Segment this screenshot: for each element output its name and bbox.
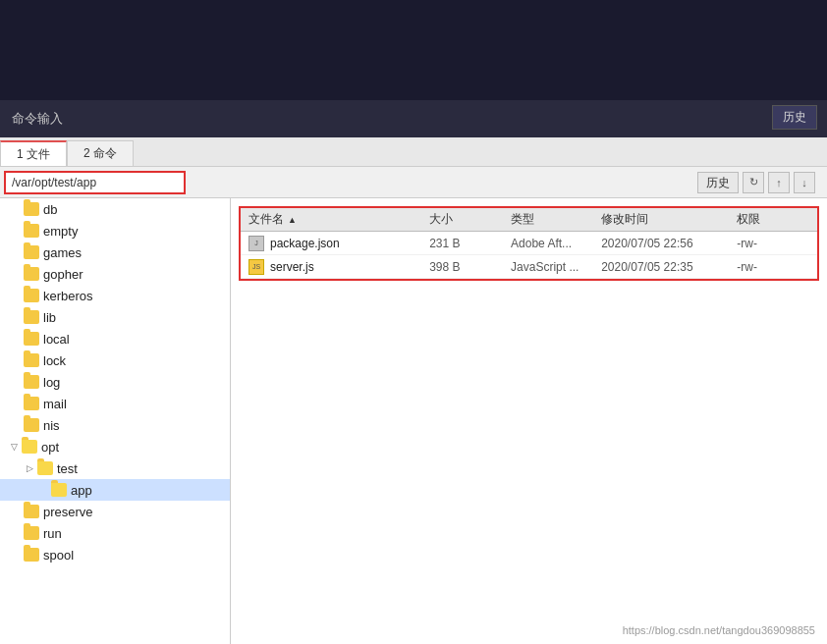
tab-bar: 1 文件 2 命令 [0, 137, 827, 167]
tree-item-db[interactable]: db [0, 198, 230, 220]
folder-icon-empty [24, 224, 39, 238]
folder-icon-nis [24, 418, 39, 432]
refresh-icon[interactable]: ↻ [743, 172, 764, 193]
tree-item-nis[interactable]: nis [0, 414, 230, 436]
tree-item-lib[interactable]: lib [0, 306, 230, 328]
download-icon[interactable]: ↓ [794, 172, 815, 193]
file-list-header: 文件名 大小 类型 修改时间 权限 [241, 208, 817, 232]
path-toolbar: /var/opt/test/app 历史 ↻ ↑ ↓ [0, 167, 827, 198]
top-header: 命令输入 历史 [0, 0, 827, 137]
folder-icon-kerberos [24, 289, 39, 302]
toolbar-right: 历史 ↻ ↑ ↓ [697, 172, 823, 193]
tree-item-mail[interactable]: mail [0, 393, 230, 414]
path-box[interactable]: /var/opt/test/app [4, 171, 186, 194]
json-file-icon: J [248, 236, 264, 251]
content-split: db empty games gopher [0, 198, 827, 644]
file-panel: 文件名 大小 类型 修改时间 权限 J package.json 231 B A… [231, 198, 827, 644]
folder-icon-gopher [24, 267, 39, 281]
upload-icon[interactable]: ↑ [768, 172, 790, 193]
file-list-container: 文件名 大小 类型 修改时间 权限 J package.json 231 B A… [239, 206, 819, 281]
tree-item-opt[interactable]: ▽ opt [0, 436, 230, 457]
file-type-server-js: JavaScript ... [511, 260, 601, 274]
file-size-package-json: 231 B [429, 237, 511, 250]
folder-icon-lock [24, 353, 39, 367]
file-row-server-js[interactable]: JS server.js 398 B JavaScript ... 2020/0… [241, 255, 817, 279]
sort-indicator [288, 215, 297, 225]
folder-icon-test [37, 461, 53, 475]
folder-icon-games [24, 245, 39, 259]
col-header-modified[interactable]: 修改时间 [601, 211, 737, 228]
file-size-server-js: 398 B [429, 260, 511, 274]
tree-item-spool[interactable]: spool [0, 544, 230, 565]
expand-icon-test: ▷ [24, 462, 35, 474]
folder-icon-spool [24, 548, 39, 562]
file-modified-server-js: 2020/07/05 22:35 [601, 260, 737, 274]
tab-commands[interactable]: 2 命令 [67, 140, 134, 166]
tree-item-log[interactable]: log [0, 371, 230, 393]
col-header-size[interactable]: 大小 [429, 211, 511, 228]
tree-item-gopher[interactable]: gopher [0, 263, 230, 285]
tab-files[interactable]: 1 文件 [0, 140, 67, 166]
expand-icon-opt: ▽ [8, 441, 20, 453]
tree-item-empty[interactable]: empty [0, 220, 230, 242]
tree-item-preserve[interactable]: preserve [0, 501, 230, 522]
folder-icon-db [24, 202, 39, 216]
folder-icon-run [24, 526, 39, 540]
tree-item-lock[interactable]: lock [0, 349, 230, 371]
js-file-icon: JS [248, 259, 264, 275]
watermark: https://blog.csdn.net/tangdou369098855 [623, 624, 815, 636]
file-modified-package-json: 2020/07/05 22:56 [601, 237, 737, 250]
tree-item-games[interactable]: games [0, 242, 230, 263]
command-label: 命令输入 [12, 110, 63, 128]
tree-item-local[interactable]: local [0, 328, 230, 349]
col-header-perms[interactable]: 权限 [737, 211, 809, 228]
main-area: /var/opt/test/app 历史 ↻ ↑ ↓ db empty [0, 167, 827, 644]
col-header-type[interactable]: 类型 [511, 211, 601, 228]
folder-icon-log [24, 375, 39, 389]
file-row-package-json[interactable]: J package.json 231 B Adobe Aft... 2020/0… [241, 232, 817, 255]
history-button[interactable]: 历史 [697, 172, 739, 193]
folder-icon-local [24, 332, 39, 346]
file-name-server-js: JS server.js [248, 259, 429, 275]
command-bar: 命令输入 历史 [0, 100, 827, 137]
file-tree-sidebar: db empty games gopher [0, 198, 231, 644]
tree-item-kerberos[interactable]: kerberos [0, 285, 230, 306]
file-perms-server-js: -rw- [737, 260, 809, 274]
history-button-top[interactable]: 历史 [772, 105, 817, 130]
tree-item-run[interactable]: run [0, 522, 230, 544]
col-header-name[interactable]: 文件名 [248, 211, 429, 228]
folder-icon-app [51, 483, 67, 497]
folder-icon-opt [22, 440, 37, 454]
file-type-package-json: Adobe Aft... [511, 237, 601, 250]
file-perms-package-json: -rw- [737, 237, 809, 250]
tree-item-app[interactable]: app [0, 479, 230, 501]
folder-icon-preserve [24, 505, 39, 518]
file-name-package-json: J package.json [248, 236, 429, 251]
folder-icon-lib [24, 310, 39, 324]
tree-item-test[interactable]: ▷ test [0, 457, 230, 479]
folder-icon-mail [24, 397, 39, 410]
